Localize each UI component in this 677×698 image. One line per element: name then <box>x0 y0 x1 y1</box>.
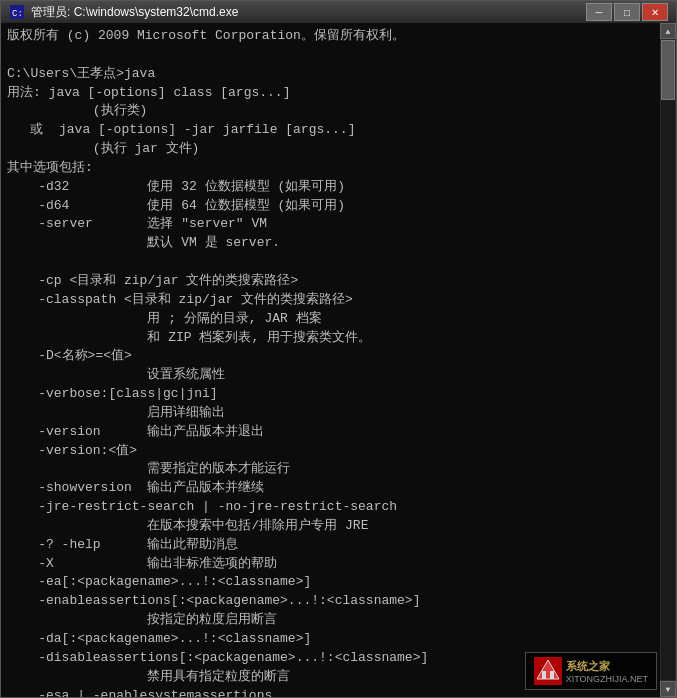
title-bar-left: C: 管理员: C:\windows\system32\cmd.exe <box>9 4 238 21</box>
window-title: 管理员: C:\windows\system32\cmd.exe <box>31 4 238 21</box>
terminal-output[interactable]: 版权所有 (c) 2009 Microsoft Corporation。保留所有… <box>1 23 660 697</box>
svg-rect-4 <box>542 671 546 679</box>
title-bar-buttons: ─ □ ✕ <box>586 3 668 21</box>
content-area: 版权所有 (c) 2009 Microsoft Corporation。保留所有… <box>1 23 676 697</box>
cmd-window: C: 管理员: C:\windows\system32\cmd.exe ─ □ … <box>0 0 677 698</box>
svg-rect-5 <box>550 671 554 679</box>
scrollbar-track <box>661 40 675 680</box>
close-button[interactable]: ✕ <box>642 3 668 21</box>
watermark-sub-text: XITONGZHIJIA.NET <box>566 674 648 684</box>
watermark-text-block: 系统之家 XITONGZHIJIA.NET <box>566 659 648 684</box>
watermark-box: 系统之家 XITONGZHIJIA.NET <box>525 652 657 690</box>
maximize-button[interactable]: □ <box>614 3 640 21</box>
minimize-button[interactable]: ─ <box>586 3 612 21</box>
title-bar: C: 管理员: C:\windows\system32\cmd.exe ─ □ … <box>1 1 676 23</box>
scroll-down-button[interactable]: ▼ <box>660 681 676 697</box>
scroll-up-button[interactable]: ▲ <box>660 23 676 39</box>
scrollbar-thumb[interactable] <box>661 40 675 100</box>
watermark-main-text: 系统之家 <box>566 659 648 674</box>
svg-text:C:: C: <box>12 9 23 19</box>
scrollbar[interactable]: ▲ ▼ <box>660 23 676 697</box>
watermark-logo-icon <box>534 657 562 685</box>
watermark: 系统之家 XITONGZHIJIA.NET <box>525 652 657 690</box>
cmd-icon: C: <box>9 4 25 20</box>
